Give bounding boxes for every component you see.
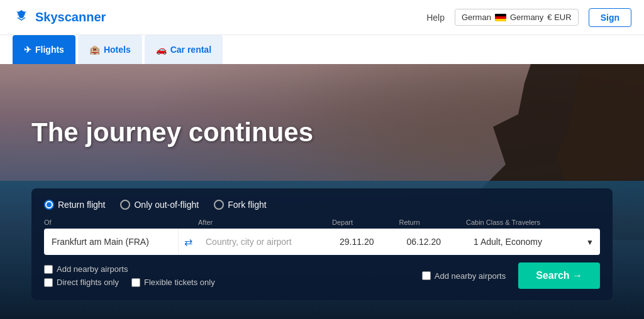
flexible-tickets-label: Flexible tickets only [144, 278, 215, 287]
hotels-icon: 🏨 [89, 45, 100, 55]
swap-icon: ⇄ [184, 236, 192, 248]
flexible-tickets-checkbox [131, 278, 140, 287]
lang-label: German [462, 13, 491, 22]
nearby-airports-origin-label: Add nearby airports [57, 264, 128, 274]
search-options: Add nearby airports Direct flights only … [44, 262, 600, 289]
radio-return-circle [44, 200, 54, 210]
destination-input[interactable] [198, 229, 332, 255]
destination-label: After [198, 219, 332, 226]
tab-car-rental[interactable]: 🚗 Car rental [145, 35, 223, 64]
skyscanner-logo-icon [13, 9, 30, 26]
car-icon: 🚗 [156, 45, 167, 55]
tab-hotels[interactable]: 🏨 Hotels [78, 35, 142, 64]
help-link[interactable]: Help [426, 13, 445, 23]
depart-label: Depart [332, 219, 399, 226]
radio-oneway-circle [120, 200, 130, 210]
hero-section: The journey continues Return flight Only… [0, 64, 644, 319]
origin-field-group: Of [44, 219, 178, 255]
options-right: Add nearby airports Search → [422, 262, 600, 289]
nav-tabs: ✈ Flights 🏨 Hotels 🚗 Car rental [0, 35, 644, 64]
radio-fork-flight[interactable]: Fork flight [214, 200, 266, 210]
nearby-airports-origin[interactable]: Add nearby airports [44, 264, 128, 274]
bottom-checkbox-row: Direct flights only Flexible tickets onl… [44, 278, 215, 287]
logo[interactable]: Skyscanner [13, 9, 106, 26]
nearby-dest-checkbox [422, 271, 431, 280]
nearby-airports-dest[interactable]: Add nearby airports [422, 271, 506, 281]
country-label: Germany [510, 13, 543, 22]
return-label: Return [399, 219, 467, 226]
cabin-select[interactable]: 1 Adult, Economy [466, 229, 600, 255]
depart-field-group: Depart [332, 219, 399, 255]
radio-fork-label: Fork flight [228, 200, 266, 210]
search-fields: Of ⇄ After Depart Return C [44, 219, 600, 255]
destination-field-group: After [198, 219, 332, 255]
flight-type-options: Return flight Only out-of-flight Fork fl… [44, 200, 600, 210]
direct-flights-option[interactable]: Direct flights only [44, 278, 119, 287]
tab-hotels-label: Hotels [104, 45, 131, 55]
return-input[interactable] [399, 229, 467, 255]
direct-flights-checkbox [44, 278, 53, 287]
search-button-label: Search → [536, 270, 582, 281]
tab-flights-label: Flights [35, 45, 64, 55]
swap-button[interactable]: ⇄ [178, 229, 198, 255]
language-button[interactable]: German Germany € EUR [455, 9, 579, 26]
nearby-origin-checkbox [44, 265, 53, 274]
nearby-airports-dest-label: Add nearby airports [435, 271, 506, 281]
header: Skyscanner Help German Germany € EUR Sig… [0, 0, 644, 35]
radio-return-label: Return flight [58, 200, 105, 210]
radio-fork-circle [214, 200, 224, 210]
flag-icon [495, 14, 506, 21]
radio-one-way[interactable]: Only out-of-flight [120, 200, 199, 210]
flexible-tickets-option[interactable]: Flexible tickets only [131, 278, 215, 287]
origin-input[interactable] [44, 229, 178, 255]
logo-text: Skyscanner [35, 10, 106, 24]
direct-flights-label: Direct flights only [57, 278, 119, 287]
top-checkbox-row: Add nearby airports [44, 264, 215, 274]
search-box: Return flight Only out-of-flight Fork fl… [31, 188, 613, 300]
currency-label: € EUR [547, 13, 571, 22]
radio-return-flight[interactable]: Return flight [44, 200, 105, 210]
tab-car-rental-label: Car rental [170, 45, 211, 55]
hero-title: The journey continues [31, 117, 313, 148]
radio-oneway-label: Only out-of-flight [134, 200, 199, 210]
options-left: Add nearby airports Direct flights only … [44, 264, 215, 287]
cabin-field-group: Cabin Class & Travelers 1 Adult, Economy… [466, 219, 600, 255]
sign-button[interactable]: Sign [589, 8, 631, 27]
cabin-label: Cabin Class & Travelers [466, 219, 600, 226]
return-field-group: Return [399, 219, 467, 255]
flights-icon: ✈ [24, 45, 31, 55]
search-button[interactable]: Search → [518, 262, 600, 289]
tab-flights[interactable]: ✈ Flights [13, 35, 75, 64]
origin-label: Of [44, 219, 178, 226]
header-right: Help German Germany € EUR Sign [426, 8, 631, 27]
depart-input[interactable] [332, 229, 399, 255]
